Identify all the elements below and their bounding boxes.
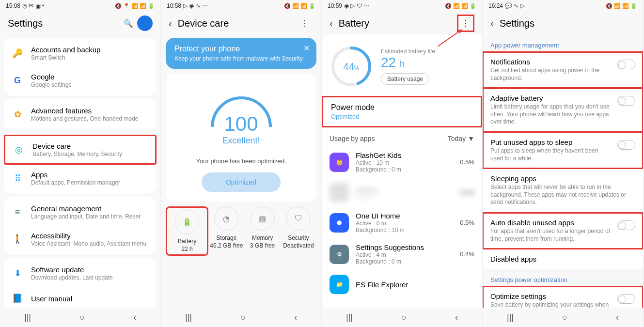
- settings-item-general[interactable]: ≡General managementLanguage and input, D…: [4, 199, 157, 226]
- toggle[interactable]: [617, 96, 635, 106]
- settings-item-accounts[interactable]: 🔑Accounts and backupSmart Switch: [4, 40, 157, 67]
- toggle[interactable]: [617, 60, 635, 69]
- status-icons-left: ◎ ✉ ▣ •: [22, 2, 44, 9]
- status-icons-right: 🔇 📶 📶 🔋: [284, 3, 315, 9]
- header: ‹ Settings: [483, 12, 643, 35]
- power-mode-title: Power mode: [331, 103, 473, 112]
- app-row-settings-suggestions[interactable]: ⚙Settings SuggestionsActive : 4 mBackgro…: [322, 238, 482, 270]
- nav-back[interactable]: ‹: [124, 309, 146, 327]
- page-title: Battery: [339, 18, 457, 29]
- header: Settings 🔍 👤: [0, 12, 160, 35]
- status-time: 16:24: [488, 2, 503, 9]
- nav-back[interactable]: ‹: [606, 309, 628, 327]
- battery-usage-button[interactable]: Battery usage: [381, 73, 429, 85]
- nav-recent[interactable]: |||: [497, 309, 523, 327]
- back-button[interactable]: ‹: [330, 18, 339, 29]
- setting-auto-disable[interactable]: Auto disable unused appsFor apps that ar…: [483, 213, 643, 249]
- nav-home[interactable]: ○: [552, 309, 577, 327]
- banner-title: Protect your phone: [174, 45, 308, 53]
- screen-power-settings: 16:24💬 ∿ ▷ 🔇 📶 📶 🔋 ‹ Settings App power …: [483, 0, 644, 327]
- more-icon[interactable]: ⋮: [296, 15, 314, 32]
- page-title: Settings: [500, 18, 635, 29]
- back-button[interactable]: ‹: [490, 18, 500, 29]
- app-icon: 📁: [330, 275, 349, 294]
- settings-item-google[interactable]: GGoogleGoogle settings: [4, 67, 157, 94]
- nav-back[interactable]: ‹: [445, 309, 468, 327]
- nav-home[interactable]: ○: [392, 309, 416, 327]
- app-row-flashget[interactable]: 👶FlashGet KidsActive : 10 mBackground : …: [322, 146, 482, 178]
- status-bar: 10:59◉ ▷ 🛡 ⋯ 🔇 📶 📶 🔋: [322, 0, 482, 12]
- tile-storage[interactable]: ◔Storage46.2 GB free: [208, 206, 244, 256]
- memory-icon: ▦: [251, 206, 275, 231]
- close-icon[interactable]: ✕: [303, 44, 310, 53]
- accessibility-icon: 🚶: [12, 234, 23, 245]
- screen-settings: 15:08◎ ✉ ▣ • 🔇 📍 📶 📶 🔋 Settings 🔍 👤 🔑Acc…: [0, 0, 161, 327]
- nav-home[interactable]: ○: [70, 309, 94, 327]
- status-icons-right: 🔇 📍 📶 📶 🔋: [115, 3, 155, 9]
- care-tiles: 🔋Battery22 h ◔Storage46.2 GB free ▦Memor…: [161, 206, 321, 256]
- app-row-es-file[interactable]: 📁ES File Explorer: [322, 270, 482, 299]
- power-mode-row[interactable]: Power mode Optimized: [322, 96, 482, 127]
- settings-item-accessibility[interactable]: 🚶AccessibilityVoice Assistant, Mono audi…: [4, 226, 157, 253]
- section-settings-power: Settings power optimization: [483, 269, 643, 286]
- nav-bar: ||| ○ ‹: [322, 308, 482, 327]
- security-banner[interactable]: ✕ Protect your phone Keep your phone saf…: [166, 38, 316, 69]
- back-button[interactable]: ‹: [169, 18, 178, 29]
- app-row-oneui[interactable]: ⬢One UI HomeActive : 0 mBackground : 10 …: [322, 207, 482, 238]
- toggle[interactable]: [617, 140, 635, 150]
- period-selector[interactable]: Today ▼: [448, 135, 474, 142]
- tile-battery[interactable]: 🔋Battery22 h: [166, 206, 208, 256]
- status-icons-right: 🔇 📶 📶 🔋: [606, 3, 637, 9]
- settings-item-user-manual[interactable]: 📘User manual: [4, 287, 157, 310]
- status-bar: 10:58▷ ◉ ∿ ⋯ 🔇 📶 📶 🔋: [161, 0, 321, 12]
- status-icons-left: 💬 ∿ ▷: [505, 2, 525, 9]
- status-time: 15:08: [6, 2, 20, 9]
- search-icon[interactable]: 🔍: [120, 15, 137, 32]
- screen-device-care: 10:58▷ ◉ ∿ ⋯ 🔇 📶 📶 🔋 ‹ Device care ⋮ ✕ P…: [161, 0, 322, 327]
- settings-item-advanced[interactable]: ✿Advanced featuresMotions and gestures, …: [4, 101, 157, 128]
- status-bar: 15:08◎ ✉ ▣ • 🔇 📍 📶 📶 🔋: [0, 0, 160, 12]
- features-icon: ✿: [12, 109, 23, 120]
- more-icon[interactable]: ⋮: [457, 15, 474, 32]
- tile-security[interactable]: 🛡SecurityDeactivated: [281, 206, 316, 256]
- app-icon: ⬢: [330, 213, 349, 233]
- status-time: 10:59: [328, 2, 342, 9]
- google-icon: G: [12, 75, 23, 86]
- app-icon: ⚙: [330, 245, 349, 264]
- nav-back[interactable]: ‹: [284, 309, 307, 327]
- setting-notifications[interactable]: NotificationsGet notified about apps usi…: [483, 52, 643, 88]
- battery-icon: 🔋: [175, 210, 199, 234]
- usage-label: Usage by apps: [330, 135, 375, 142]
- settings-item-apps[interactable]: ⠿AppsDefault apps, Permission manager: [4, 165, 157, 192]
- device-care-icon: ◎: [13, 144, 25, 156]
- setting-sleeping-apps[interactable]: Sleeping appsSelect apps that will never…: [483, 169, 643, 213]
- setting-unused-sleep[interactable]: Put unused apps to sleepPut apps to slee…: [483, 132, 643, 169]
- nav-recent[interactable]: |||: [175, 309, 202, 327]
- battery-percent: 44%: [344, 61, 360, 72]
- header: ‹ Battery ⋮: [322, 12, 482, 35]
- banner-sub: Keep your phone safe from malware with S…: [174, 55, 308, 62]
- nav-bar: ||| ○ ‹: [0, 308, 160, 327]
- status-bar: 16:24💬 ∿ ▷ 🔇 📶 📶 🔋: [483, 0, 643, 12]
- profile-avatar[interactable]: 👤: [137, 16, 153, 31]
- header: ‹ Device care ⋮: [161, 12, 321, 35]
- page-title: Device care: [178, 18, 296, 29]
- usage-header: Usage by apps Today ▼: [322, 127, 482, 146]
- status-time: 10:58: [167, 2, 181, 9]
- nav-home[interactable]: ○: [231, 309, 255, 327]
- settings-item-device-care[interactable]: ◎Device careBattery, Storage, Memory, Se…: [4, 135, 157, 165]
- nav-recent[interactable]: |||: [15, 309, 41, 327]
- toggle[interactable]: [617, 294, 635, 304]
- nav-recent[interactable]: |||: [336, 309, 362, 327]
- setting-adaptive-battery[interactable]: Adaptive batteryLimit battery usage for …: [483, 88, 643, 132]
- optimize-button[interactable]: Optimized: [202, 172, 281, 192]
- toggle[interactable]: [617, 220, 635, 230]
- status-icons-left: ◉ ▷ 🛡 ⋯: [344, 2, 370, 9]
- power-mode-status: Optimized: [331, 113, 473, 120]
- app-row-blurred[interactable]: ——————0.5%: [322, 178, 482, 207]
- settings-item-software-update[interactable]: ⬇Software updateDownload updates, Last u…: [4, 260, 157, 287]
- storage-icon: ◔: [214, 206, 238, 231]
- status-icons-left: ▷ ◉ ∿ ⋯: [183, 2, 208, 9]
- setting-disabled-apps[interactable]: Disabled apps: [483, 249, 643, 269]
- tile-memory[interactable]: ▦Memory3 GB free: [245, 206, 281, 256]
